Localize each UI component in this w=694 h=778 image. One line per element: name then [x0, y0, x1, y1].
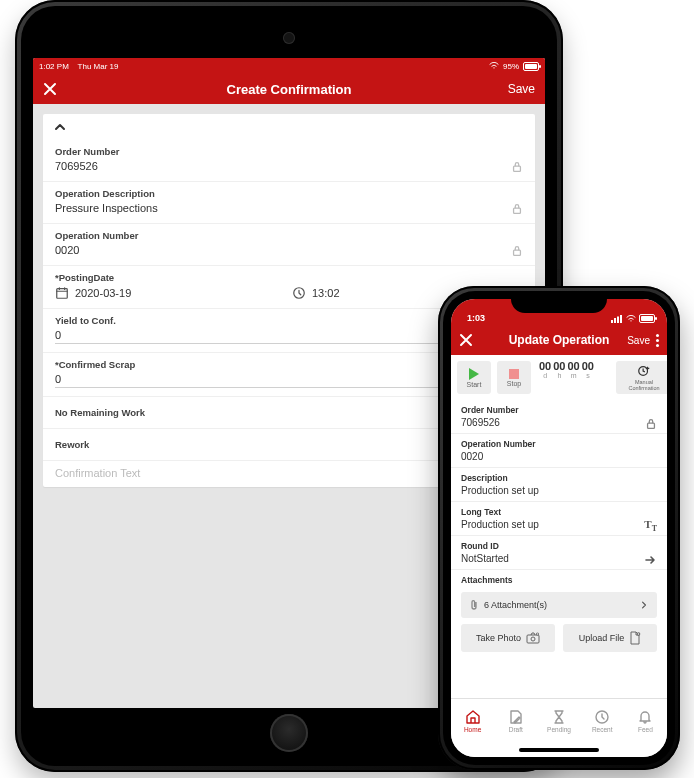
battery-icon: [523, 62, 539, 71]
svg-rect-0: [514, 166, 521, 171]
field-label: Operation Description: [55, 188, 523, 199]
save-button[interactable]: Save: [508, 82, 535, 96]
field-long-text[interactable]: Long Text Production set up TT: [451, 502, 667, 536]
tab-draft[interactable]: Draft: [494, 699, 537, 743]
ipad-header: Create Confirmation Save: [33, 74, 545, 104]
battery-icon: [639, 314, 655, 323]
tab-label: Feed: [638, 726, 653, 733]
tab-feed[interactable]: Feed: [624, 699, 667, 743]
posting-time-value: 13:02: [312, 287, 340, 300]
field-round-id[interactable]: Round ID NotStarted: [451, 536, 667, 570]
manual-confirmation-button[interactable]: Manual Confirmation: [616, 361, 667, 394]
field-label: Round ID: [461, 541, 657, 551]
tab-recent[interactable]: Recent: [581, 699, 624, 743]
close-icon[interactable]: [43, 82, 57, 96]
ipad-camera: [283, 32, 295, 44]
take-photo-button[interactable]: Take Photo: [461, 624, 555, 652]
text-format-icon: TT: [644, 518, 657, 533]
field-label: Description: [461, 473, 657, 483]
start-button[interactable]: Start: [457, 361, 491, 394]
iphone-form: Order Number 7069526 Operation Number 00…: [451, 400, 667, 698]
description-value: Production set up: [461, 483, 657, 500]
ipad-home-button[interactable]: [270, 714, 308, 752]
order-number-value: 7069526: [55, 160, 98, 173]
iphone-header: Update Operation Save: [451, 325, 667, 355]
status-time: 1:03: [463, 313, 485, 323]
clock-plus-icon: [637, 364, 651, 378]
field-operation-number: Operation Number 0020: [451, 434, 667, 468]
history-icon: [594, 709, 610, 725]
field-label: Order Number: [461, 405, 657, 415]
round-id-value: NotStarted: [461, 551, 643, 568]
tab-bar: Home Draft Pending Recent: [451, 698, 667, 743]
close-icon[interactable]: [459, 333, 473, 347]
svg-point-12: [531, 637, 535, 641]
tab-label: Pending: [547, 726, 571, 733]
stop-icon: [509, 369, 519, 379]
stop-label: Stop: [507, 380, 521, 387]
timer-display: 00d 00h 00m 00s: [537, 361, 596, 394]
home-icon: [465, 709, 481, 725]
home-indicator[interactable]: [451, 743, 667, 757]
wifi-icon: [626, 315, 636, 323]
timer-d: 00: [539, 361, 551, 372]
lock-icon: [511, 245, 523, 257]
play-icon: [469, 368, 479, 380]
chevron-up-icon: [53, 120, 67, 134]
svg-rect-6: [614, 318, 616, 323]
upload-file-button[interactable]: Upload File: [563, 624, 657, 652]
tab-pending[interactable]: Pending: [537, 699, 580, 743]
status-time: 1:02 PM: [39, 62, 69, 71]
timer-s: 00: [582, 361, 594, 372]
op-desc-value: Pressure Inspections: [55, 202, 158, 215]
signal-icon: [611, 315, 623, 323]
bell-icon: [637, 709, 653, 725]
lock-icon: [645, 418, 657, 430]
timer-toolbar: Start Stop 00d 00h 00m 00s: [451, 355, 667, 400]
arrow-right-icon: [643, 553, 657, 567]
file-upload-icon: [629, 631, 641, 645]
status-date: Thu Mar 19: [78, 62, 119, 71]
field-order-number: Order Number 7069526: [43, 140, 535, 182]
page-title: Create Confirmation: [33, 82, 545, 97]
attachments-row[interactable]: 6 Attachment(s): [461, 592, 657, 618]
posting-date-value: 2020-03-19: [75, 287, 131, 300]
more-menu-icon[interactable]: [656, 334, 659, 347]
field-label: Attachments: [461, 575, 657, 585]
op-num-value: 0020: [461, 449, 657, 466]
svg-rect-3: [57, 289, 68, 299]
clock-icon: [292, 286, 306, 300]
wifi-icon: [489, 62, 499, 70]
stop-button[interactable]: Stop: [497, 361, 531, 394]
field-operation-number: Operation Number 0020: [43, 224, 535, 266]
save-button[interactable]: Save: [627, 335, 650, 346]
field-label: Operation Number: [461, 439, 657, 449]
take-photo-label: Take Photo: [476, 633, 521, 643]
field-label: Order Number: [55, 146, 523, 157]
field-label: Operation Number: [55, 230, 523, 241]
field-attachments: Attachments: [451, 570, 667, 586]
svg-rect-5: [611, 320, 613, 323]
order-number-value: 7069526: [461, 415, 645, 432]
manual-label: Manual Confirmation: [621, 379, 667, 391]
ipad-status-bar: 1:02 PM Thu Mar 19 95%: [33, 58, 545, 74]
tab-home[interactable]: Home: [451, 699, 494, 743]
op-num-value: 0020: [55, 244, 79, 257]
iphone-screen: 1:03 Update Operation Save: [451, 299, 667, 757]
attachment-count: 6 Attachment(s): [484, 600, 547, 610]
iphone-notch: [511, 291, 607, 313]
iphone-device: 1:03 Update Operation Save: [438, 286, 680, 770]
camera-icon: [526, 632, 540, 644]
start-label: Start: [467, 381, 482, 388]
field-order-number: Order Number 7069526: [451, 400, 667, 434]
svg-rect-8: [620, 315, 622, 323]
field-description: Description Production set up: [451, 468, 667, 502]
upload-file-label: Upload File: [579, 633, 625, 643]
calendar-icon: [55, 286, 69, 300]
collapse-toggle[interactable]: [43, 114, 535, 140]
field-label: Long Text: [461, 507, 657, 517]
svg-rect-11: [527, 635, 539, 643]
timer-h: 00: [553, 361, 565, 372]
svg-rect-7: [617, 316, 619, 323]
long-text-value: Production set up: [461, 517, 644, 534]
